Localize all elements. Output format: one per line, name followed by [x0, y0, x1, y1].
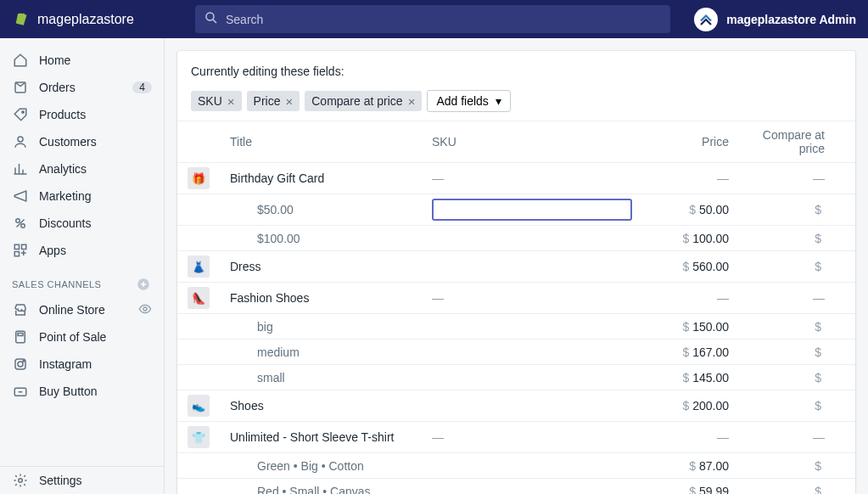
sidebar-item-online-store[interactable]: Online Store	[0, 296, 164, 323]
sidebar-item-label: Home	[39, 53, 70, 67]
sidebar-item-label: Marketing	[39, 189, 91, 203]
table-row: 👗Dress$560.00$	[177, 251, 855, 283]
price-cell[interactable]: 145.00	[692, 371, 729, 385]
chip-remove-icon[interactable]: ×	[227, 95, 235, 108]
column-header-title: Title	[220, 121, 422, 163]
currency-symbol: $	[815, 345, 821, 359]
search-input[interactable]	[226, 13, 662, 26]
search-container[interactable]	[195, 5, 670, 33]
compare-empty-icon: —	[813, 171, 825, 185]
currency-symbol: $	[682, 371, 689, 385]
price-cell[interactable]: 87.00	[699, 459, 729, 473]
sidebar: HomeOrders4ProductsCustomersAnalyticsMar…	[0, 38, 165, 494]
sidebar-item-label: Settings	[39, 474, 82, 487]
variant-title[interactable]: $50.00	[257, 203, 294, 216]
svg-point-0	[206, 13, 214, 20]
sidebar-item-instagram[interactable]: Instagram	[0, 351, 164, 378]
price-cell[interactable]: 200.00	[692, 399, 729, 413]
sidebar-item-point-of-sale[interactable]: Point of Sale	[0, 323, 164, 351]
bulk-editor-table: Title SKU Price Compare at price 🎁Birthd…	[177, 121, 855, 494]
online-store-icon	[12, 301, 29, 318]
variant-title[interactable]: $100.00	[257, 232, 300, 245]
svg-rect-14	[18, 334, 23, 336]
product-thumbnail: 👕	[188, 426, 210, 448]
svg-point-19	[19, 479, 23, 483]
table-row: 🎁Birthday Gift Card———	[177, 163, 855, 194]
svg-point-17	[23, 361, 25, 362]
product-thumbnail: 👟	[188, 395, 210, 417]
gear-icon	[12, 472, 29, 489]
sidebar-item-apps[interactable]: Apps	[0, 237, 164, 264]
svg-rect-9	[22, 244, 26, 249]
currency-symbol: $	[815, 203, 821, 216]
sidebar-item-home[interactable]: Home	[0, 47, 164, 74]
price-cell[interactable]: 59.99	[699, 485, 729, 495]
currency-symbol: $	[815, 485, 821, 495]
sidebar-item-label: Orders	[39, 81, 76, 94]
sidebar-item-analytics[interactable]: Analytics	[0, 155, 164, 182]
sidebar-item-label: Customers	[39, 135, 97, 149]
currency-symbol: $	[815, 459, 821, 473]
add-fields-button[interactable]: Add fields▾	[427, 90, 510, 112]
sidebar-item-label: Instagram	[39, 357, 92, 371]
table-row: small$145.00$	[177, 365, 855, 390]
search-icon	[204, 10, 219, 29]
currency-symbol: $	[689, 459, 696, 473]
price-cell[interactable]: 150.00	[692, 320, 729, 334]
product-title[interactable]: Dress	[230, 260, 261, 273]
chip-remove-icon[interactable]: ×	[408, 95, 416, 108]
svg-point-7	[21, 224, 25, 228]
sidebar-item-products[interactable]: Products	[0, 101, 164, 128]
currency-symbol: $	[689, 203, 696, 216]
sidebar-item-label: Point of Sale	[39, 330, 106, 344]
table-row: Red • Small • Canvas$59.99$	[177, 479, 855, 495]
sidebar-item-settings[interactable]: Settings	[0, 467, 164, 494]
sidebar-item-marketing[interactable]: Marketing	[0, 182, 164, 210]
variant-title[interactable]: Green • Big • Cotton	[257, 459, 364, 473]
sidebar-item-orders[interactable]: Orders4	[0, 74, 164, 101]
variant-title[interactable]: small	[257, 371, 285, 385]
product-thumbnail: 👗	[188, 255, 210, 278]
product-thumbnail: 🎁	[188, 167, 210, 189]
field-chip-price: Price×	[247, 91, 300, 111]
products-icon	[12, 106, 29, 123]
orders-icon	[12, 79, 29, 96]
product-title[interactable]: Fashion Shoes	[230, 291, 309, 305]
customers-icon	[12, 133, 29, 150]
price-cell[interactable]: 560.00	[692, 260, 729, 273]
admin-name: mageplazastore Admin	[726, 13, 856, 26]
svg-line-1	[213, 20, 216, 23]
add-channel-icon[interactable]	[135, 276, 152, 293]
avatar[interactable]	[694, 8, 718, 31]
product-title[interactable]: Shoes	[230, 399, 264, 413]
currency-symbol: $	[815, 232, 821, 245]
sidebar-item-badge: 4	[132, 81, 152, 93]
column-header-sku: SKU	[422, 121, 642, 163]
add-fields-label: Add fields	[436, 94, 488, 108]
sidebar-item-label: Buy Button	[39, 385, 98, 398]
chip-remove-icon[interactable]: ×	[285, 95, 293, 108]
product-title[interactable]: Birthday Gift Card	[230, 171, 324, 185]
sidebar-item-discounts[interactable]: Discounts	[0, 210, 164, 237]
price-cell[interactable]: 167.00	[692, 345, 729, 359]
variant-title[interactable]: medium	[257, 345, 300, 359]
variant-title[interactable]: Red • Small • Canvas	[257, 485, 371, 495]
price-cell[interactable]: 50.00	[699, 203, 729, 216]
sku-input[interactable]	[432, 199, 632, 221]
marketing-icon	[12, 188, 29, 205]
table-row: $100.00$100.00$	[177, 226, 855, 251]
product-title[interactable]: Unlimited - Short Sleeve T-shirt	[230, 430, 394, 444]
price-cell[interactable]: 100.00	[692, 232, 729, 245]
svg-rect-10	[14, 252, 19, 256]
price-empty-icon: —	[717, 430, 729, 444]
price-empty-icon: —	[717, 291, 729, 305]
variant-title[interactable]: big	[257, 320, 273, 334]
discounts-icon	[12, 215, 29, 232]
sidebar-item-customers[interactable]: Customers	[0, 128, 164, 155]
store-name: mageplazastore	[37, 12, 134, 27]
currency-symbol: $	[815, 320, 821, 334]
sidebar-item-buy-button[interactable]: Buy Button	[0, 378, 164, 405]
eye-icon[interactable]	[138, 302, 152, 318]
chip-label: Price	[254, 94, 281, 108]
table-row: big$150.00$	[177, 314, 855, 340]
